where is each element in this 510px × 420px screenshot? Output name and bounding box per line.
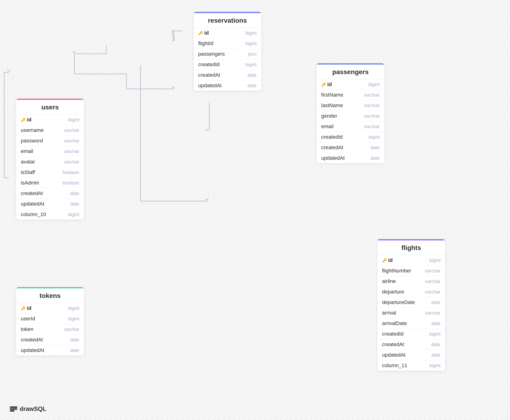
column-name: isStaff (21, 169, 35, 175)
table-row: updatedAtdate (16, 345, 84, 355)
column-type: bigint (368, 82, 380, 87)
table-row: isAdminboolean (16, 178, 84, 188)
column-type: date (431, 300, 441, 305)
table-row: updatedAtdate (193, 81, 261, 91)
column-name: 🔑id (382, 257, 393, 263)
column-name: airline (382, 278, 396, 284)
column-type: varchar (364, 113, 380, 119)
table-row: usernamevarchar (16, 125, 84, 136)
table-header-reservations: reservations (193, 12, 261, 28)
column-type: date (431, 342, 441, 347)
svg-rect-14 (10, 408, 17, 410)
column-type: date (371, 145, 380, 150)
primary-key-icon: 🔑 (21, 118, 25, 122)
table-reservations: reservations🔑idbigintflightIdbigintpasse… (193, 12, 261, 91)
column-type: date (431, 352, 441, 358)
column-type: bigint (245, 41, 257, 46)
column-type: varchar (64, 128, 79, 133)
table-row: 🔑idbigint (193, 28, 261, 38)
table-row: createdAtdate (16, 188, 84, 199)
table-header-flights: flights (377, 239, 445, 255)
svg-line-9 (206, 199, 207, 200)
column-type: json (248, 52, 257, 57)
column-name: createdAt (21, 190, 43, 196)
table-row: passengersjson (193, 49, 261, 60)
table-row: arrivalDatedate (377, 318, 445, 329)
column-type: date (70, 348, 79, 353)
column-type: varchar (425, 310, 441, 316)
table-row: createdAtdate (193, 70, 261, 81)
column-name: createdAt (321, 144, 343, 150)
column-type: varchar (64, 327, 79, 332)
svg-line-12 (9, 70, 10, 72)
table-row: airlinevarchar (377, 276, 445, 287)
column-type: date (248, 73, 257, 78)
column-name: avatar (21, 159, 35, 165)
table-row: updatedAtdate (317, 153, 384, 163)
column-name: createdAt (21, 337, 43, 343)
column-name: 🔑id (321, 81, 332, 88)
column-type: varchar (425, 289, 441, 295)
table-row: createdIdbigint (193, 60, 261, 70)
table-row: createdIdbigint (377, 329, 445, 339)
svg-line-2 (74, 52, 75, 53)
column-type: bigint (68, 306, 79, 311)
column-name: userId (21, 316, 35, 322)
table-row: tokenvarchar (16, 324, 84, 335)
column-type: bigint (68, 117, 79, 122)
table-passengers: passengers🔑idbigintfirstNamevarcharlastN… (317, 63, 384, 163)
column-type: bigint (245, 30, 257, 36)
column-name: email (321, 123, 334, 129)
table-row: flightNumbervarchar (377, 266, 445, 276)
column-name: flightId (198, 40, 213, 46)
column-name: 🔑id (198, 30, 209, 36)
table-row: flightIdbigint (193, 38, 261, 49)
column-name: username (21, 127, 44, 133)
column-name: passengers (198, 51, 225, 57)
column-type: date (70, 337, 79, 343)
svg-line-7 (206, 129, 207, 130)
column-type: varchar (425, 279, 441, 284)
column-type: bigint (429, 331, 441, 337)
column-name: arrivalDate (382, 320, 407, 326)
table-row: createdAtdate (377, 339, 445, 350)
column-type: date (248, 83, 257, 88)
column-name: createdAt (382, 341, 404, 347)
column-type: bigint (68, 212, 79, 217)
column-name: updatedAt (321, 155, 345, 161)
column-type: date (70, 201, 79, 207)
column-type: varchar (425, 268, 441, 274)
table-row: createdAtdate (317, 142, 384, 153)
column-type: boolean (63, 170, 79, 175)
column-name: email (21, 148, 33, 154)
column-type: boolean (63, 180, 79, 186)
table-header-tokens: tokens (16, 287, 84, 303)
svg-line-4 (173, 39, 175, 41)
column-type: varchar (64, 159, 79, 165)
column-name: isAdmin (21, 180, 39, 186)
table-row: userIdbigint (16, 314, 84, 324)
table-row: 🔑idbigint (16, 115, 84, 125)
primary-key-icon: 🔑 (21, 306, 25, 311)
column-name: firstName (321, 92, 343, 98)
column-name: flightNumber (382, 268, 411, 274)
table-row: 🔑idbigint (377, 255, 445, 266)
table-row: column_11bigint (377, 360, 445, 371)
column-name: updatedAt (382, 352, 405, 358)
svg-line-11 (8, 70, 9, 72)
column-name: 🔑id (21, 305, 31, 311)
column-name: createdId (321, 134, 343, 140)
column-type: date (70, 191, 79, 196)
column-name: updatedAt (21, 347, 44, 353)
column-name: arrival (382, 310, 396, 316)
table-row: updatedAtdate (16, 199, 84, 209)
column-type: varchar (364, 92, 380, 98)
column-name: lastName (321, 102, 343, 108)
column-name: departureDate (382, 299, 415, 305)
column-type: bigint (245, 62, 257, 67)
svg-line-5 (172, 87, 173, 88)
column-name: 🔑id (21, 117, 31, 123)
table-row: passwordvarchar (16, 136, 84, 146)
column-name: createdAt (198, 72, 220, 78)
table-row: departureDatedate (377, 297, 445, 308)
